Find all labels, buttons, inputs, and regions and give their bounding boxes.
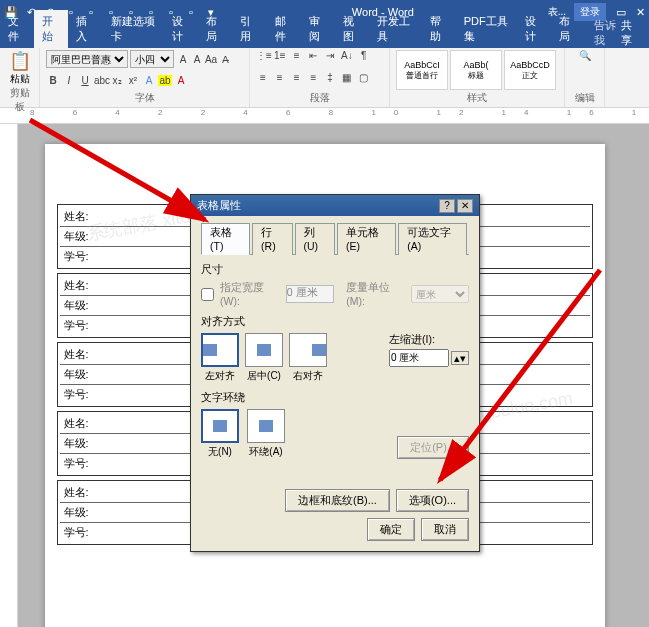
wrap-fieldset: 文字环绕 无(N) 环绕(A) 定位(P)...: [201, 391, 469, 459]
tab-cell[interactable]: 单元格(E): [337, 223, 396, 255]
tab-file[interactable]: 文件: [0, 10, 34, 48]
options-button[interactable]: 选项(O)...: [396, 489, 469, 512]
tab-row[interactable]: 行(R): [252, 223, 292, 255]
clear-format-icon[interactable]: A̶: [218, 54, 232, 65]
ok-button[interactable]: 确定: [367, 518, 415, 541]
tab-table[interactable]: 表格(T): [201, 223, 250, 255]
tab-home[interactable]: 开始: [34, 10, 68, 48]
bullets-icon[interactable]: ⋮≡: [256, 50, 270, 61]
positioning-button: 定位(P)...: [397, 436, 469, 459]
width-input: 0 厘米: [286, 285, 334, 303]
tab-newtab[interactable]: 新建选项卡: [103, 10, 164, 48]
editing-group-label: 编辑: [571, 91, 598, 105]
tab-column[interactable]: 列(U): [295, 223, 335, 255]
superscript-icon[interactable]: x²: [126, 75, 140, 86]
text-effect-icon[interactable]: A: [142, 75, 156, 86]
wrap-legend: 文字环绕: [201, 391, 469, 405]
tab-references[interactable]: 引用: [232, 10, 266, 48]
paragraph-group-label: 段落: [256, 91, 383, 105]
find-icon[interactable]: 🔍: [571, 50, 598, 61]
tab-help[interactable]: 帮助: [422, 10, 456, 48]
numbering-icon[interactable]: 1≡: [273, 50, 287, 61]
tell-me[interactable]: 告诉我: [594, 18, 621, 48]
italic-icon[interactable]: I: [62, 75, 76, 86]
styles-group-label: 样式: [396, 91, 558, 105]
unit-label: 度量单位(M):: [346, 281, 407, 307]
multilevel-icon[interactable]: ≡: [290, 50, 304, 61]
bold-icon[interactable]: B: [46, 75, 60, 86]
borders-shading-button[interactable]: 边框和底纹(B)...: [285, 489, 390, 512]
indent-group: 左缩进(I): ▴▾: [389, 333, 469, 367]
decrease-indent-icon[interactable]: ⇤: [306, 50, 320, 61]
style-body[interactable]: AaBbCcD正文: [504, 50, 556, 90]
shrink-font-icon[interactable]: A: [190, 54, 204, 65]
strike-icon[interactable]: abc: [94, 75, 108, 86]
wrap-around-option[interactable]: 环绕(A): [247, 409, 285, 459]
change-case-icon[interactable]: Aa: [204, 54, 218, 65]
editing-group: 🔍 编辑: [565, 48, 605, 107]
specify-width-label: 指定宽度(W):: [220, 281, 282, 307]
highlight-icon[interactable]: ab: [158, 75, 172, 86]
dialog-tabs: 表格(T) 行(R) 列(U) 单元格(E) 可选文字(A): [201, 222, 469, 255]
tab-table-design[interactable]: 设计: [517, 10, 551, 48]
increase-indent-icon[interactable]: ⇥: [323, 50, 337, 61]
dialog-title: 表格属性: [197, 198, 437, 213]
tab-insert[interactable]: 插入: [68, 10, 102, 48]
paste-label[interactable]: 粘贴: [10, 72, 30, 86]
align-center-option[interactable]: 居中(C): [245, 333, 283, 383]
align-right-icon[interactable]: ≡: [290, 72, 304, 83]
tab-developer[interactable]: 开发工具: [369, 10, 421, 48]
vertical-ruler[interactable]: [0, 124, 18, 627]
clipboard-group: 📋 粘贴 剪贴板: [0, 48, 40, 107]
paste-icon[interactable]: 📋: [9, 50, 31, 72]
font-group-label: 字体: [46, 91, 243, 105]
justify-icon[interactable]: ≡: [306, 72, 320, 83]
line-spacing-icon[interactable]: ‡: [323, 72, 337, 83]
unit-select: 厘米: [411, 285, 469, 303]
shading-icon[interactable]: ▦: [340, 72, 354, 83]
style-normal-indent[interactable]: AaBbCcI普通首行: [396, 50, 448, 90]
tab-view[interactable]: 视图: [335, 10, 369, 48]
align-left-icon[interactable]: ≡: [256, 72, 270, 83]
cancel-button[interactable]: 取消: [421, 518, 469, 541]
show-marks-icon[interactable]: ¶: [357, 50, 371, 61]
specify-width-checkbox[interactable]: [201, 288, 214, 301]
dialog-titlebar[interactable]: 表格属性 ? ✕: [191, 195, 479, 216]
paragraph-group: ⋮≡ 1≡ ≡ ⇤ ⇥ A↓ ¶ ≡ ≡ ≡ ≡ ‡ ▦ ▢ 段落: [250, 48, 390, 107]
tab-table-layout[interactable]: 布局: [551, 10, 585, 48]
wrap-none-option[interactable]: 无(N): [201, 409, 239, 459]
tab-design[interactable]: 设计: [164, 10, 198, 48]
styles-group: AaBbCcI普通首行 AaBb(标题 AaBbCcD正文 样式: [390, 48, 565, 107]
close-icon[interactable]: ✕: [457, 199, 473, 213]
font-color-icon[interactable]: A: [174, 75, 188, 86]
indent-label: 左缩进(I):: [389, 333, 469, 347]
horizontal-ruler[interactable]: 8 6 4 2 2 4 6 8 10 12 14 16 18 20 22 24 …: [0, 108, 649, 124]
indent-input[interactable]: [389, 349, 449, 367]
spinner-icon[interactable]: ▴▾: [451, 351, 469, 365]
share-button[interactable]: 共享: [621, 18, 649, 48]
font-name-select[interactable]: 阿里巴巴普惠: [46, 50, 128, 68]
tab-review[interactable]: 审阅: [301, 10, 335, 48]
align-right-option[interactable]: 右对齐: [289, 333, 327, 383]
help-icon[interactable]: ?: [439, 199, 455, 213]
subscript-icon[interactable]: x₂: [110, 75, 124, 86]
sort-icon[interactable]: A↓: [340, 50, 354, 61]
style-heading[interactable]: AaBb(标题: [450, 50, 502, 90]
grow-font-icon[interactable]: A: [176, 54, 190, 65]
size-legend: 尺寸: [201, 263, 469, 277]
tab-pdf[interactable]: PDF工具集: [456, 10, 517, 48]
size-fieldset: 尺寸 指定宽度(W): 0 厘米 度量单位(M): 厘米: [201, 263, 469, 307]
ribbon-tabs: 文件 开始 插入 新建选项卡 设计 布局 引用 邮件 审阅 视图 开发工具 帮助…: [0, 24, 649, 48]
tab-layout[interactable]: 布局: [198, 10, 232, 48]
close-icon[interactable]: ✕: [636, 6, 645, 19]
tab-mailings[interactable]: 邮件: [267, 10, 301, 48]
borders-icon[interactable]: ▢: [357, 72, 371, 83]
align-left-option[interactable]: 左对齐: [201, 333, 239, 383]
ribbon-options-icon[interactable]: ▭: [616, 6, 626, 19]
underline-icon[interactable]: U: [78, 75, 92, 86]
font-size-select[interactable]: 小四: [130, 50, 174, 68]
align-center-icon[interactable]: ≡: [273, 72, 287, 83]
tab-alt-text[interactable]: 可选文字(A): [398, 223, 467, 255]
ribbon: 📋 粘贴 剪贴板 阿里巴巴普惠 小四 AAAaA̶ B I U abc x₂ x…: [0, 48, 649, 108]
table-properties-dialog: 表格属性 ? ✕ 表格(T) 行(R) 列(U) 单元格(E) 可选文字(A) …: [190, 194, 480, 552]
